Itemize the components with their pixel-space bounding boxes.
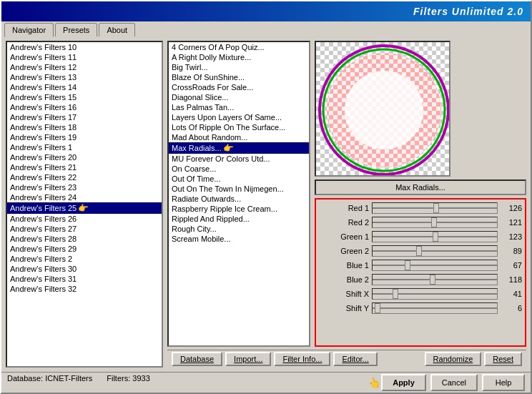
category-list-item[interactable]: Andrew's Filters 21	[7, 162, 162, 172]
content-area: Andrew's Filters 10Andrew's Filters 11An…	[1, 36, 531, 372]
param-value: 41	[501, 290, 522, 298]
param-slider[interactable]	[372, 231, 498, 242]
param-value: 67	[501, 261, 522, 270]
category-list[interactable]: Andrew's Filters 10Andrew's Filters 11An…	[6, 41, 163, 368]
filter-list-item[interactable]: Diagonal Slice...	[169, 92, 309, 102]
reset-button[interactable]: Reset	[484, 352, 522, 366]
category-list-item[interactable]: Andrew's Filters 26	[7, 214, 162, 224]
params-box: Red 1126Red 2121Green 1123Green 289Blue …	[315, 198, 526, 347]
filter-list-item[interactable]: Blaze Of SunShine...	[169, 72, 309, 82]
category-list-item[interactable]: Andrew's Filters 27	[7, 224, 162, 234]
filter-list-item[interactable]: Radiate Outwards...	[169, 194, 309, 204]
param-value: 89	[501, 247, 522, 255]
cancel-button[interactable]: Cancel	[430, 374, 478, 391]
category-list-item[interactable]: Andrew's Filters 11	[7, 52, 162, 62]
param-row: Blue 2118	[319, 274, 522, 285]
filter-list-panel: 4 Corners Of A Pop Quiz...A Right Dolly …	[167, 41, 310, 347]
status-bar: Database: ICNET-Filters Filters: 3933 👆 …	[1, 372, 531, 393]
param-slider[interactable]	[372, 274, 498, 285]
param-row: Blue 167	[319, 260, 522, 271]
category-list-item[interactable]: Andrew's Filters 17	[7, 112, 162, 122]
category-list-item[interactable]: Andrew's Filters 25 👉	[7, 202, 162, 214]
filter-list-item[interactable]: Max Radials... 👉	[169, 142, 309, 154]
editor-button[interactable]: Editor...	[333, 352, 377, 366]
category-list-item[interactable]: Andrew's Filters 22	[7, 172, 162, 182]
filter-list-item[interactable]: Out Of Time...	[169, 174, 309, 184]
filter-name-text: Max Radials...	[395, 183, 445, 192]
param-row: Green 289	[319, 245, 522, 257]
param-label: Blue 2	[319, 275, 369, 284]
category-list-item[interactable]: Andrew's Filters 20	[7, 152, 162, 162]
category-list-item[interactable]: Andrew's Filters 18	[7, 122, 162, 132]
apply-button[interactable]: Apply	[381, 374, 426, 391]
filter-list-item[interactable]: CrossRoads For Sale...	[169, 82, 309, 92]
param-label: Red 1	[319, 204, 369, 212]
tab-bar: Navigator Presets About	[1, 21, 531, 36]
category-list-item[interactable]: Andrew's Filters 32	[7, 284, 162, 294]
apply-btn-wrap: 👆 Apply	[381, 374, 426, 391]
filter-list-item[interactable]: Mad About Random...	[169, 132, 309, 142]
title-text: Filters Unlimited 2.0	[413, 6, 523, 17]
param-slider[interactable]	[372, 245, 498, 257]
category-list-item[interactable]: Andrew's Filters 16	[7, 102, 162, 112]
filter-list-item[interactable]: Lots Of Ripple On The Surface...	[169, 122, 309, 132]
category-list-item[interactable]: Andrew's Filters 12	[7, 62, 162, 72]
param-slider[interactable]	[372, 260, 498, 271]
param-label: Blue 1	[319, 261, 369, 270]
category-list-item[interactable]: Andrew's Filters 29	[7, 244, 162, 254]
filter-list-item[interactable]: Layers Upon Layers Of Same...	[169, 112, 309, 122]
filter-arrow-icon: 👉	[223, 143, 234, 153]
category-list-item[interactable]: Andrew's Filters 31	[7, 274, 162, 284]
category-list-item[interactable]: Andrew's Filters 2	[7, 254, 162, 264]
category-list-item[interactable]: Andrew's Filters 1	[7, 142, 162, 152]
param-label: Green 2	[319, 247, 369, 255]
category-list-item[interactable]: Andrew's Filters 10	[7, 42, 162, 52]
param-value: 123	[501, 232, 522, 241]
param-label: Green 1	[319, 232, 369, 241]
category-list-item[interactable]: Andrew's Filters 14	[7, 82, 162, 92]
filter-list-item[interactable]: 4 Corners Of A Pop Quiz...	[169, 42, 309, 52]
param-slider[interactable]	[372, 302, 498, 314]
param-value: 126	[501, 204, 522, 212]
param-slider[interactable]	[372, 217, 498, 228]
tab-presets[interactable]: Presets	[55, 23, 97, 36]
param-label: Shift X	[319, 290, 369, 298]
title-bar: Filters Unlimited 2.0	[1, 1, 531, 21]
param-value: 6	[501, 304, 522, 312]
param-slider[interactable]	[372, 288, 498, 300]
help-button[interactable]: Help	[482, 374, 525, 391]
filter-list-item[interactable]: On Coarse...	[169, 164, 309, 174]
bottom-toolbar: Database Import... Filter Info... Editor…	[167, 350, 526, 368]
filter-list-item[interactable]: Scream Mobile...	[169, 234, 309, 244]
param-row: Green 1123	[319, 231, 522, 242]
middle-section: 4 Corners Of A Pop Quiz...A Right Dolly …	[167, 41, 526, 347]
category-list-item[interactable]: Andrew's Filters 19	[7, 132, 162, 142]
filter-list[interactable]: 4 Corners Of A Pop Quiz...A Right Dolly …	[167, 41, 310, 347]
randomize-button[interactable]: Randomize	[425, 352, 482, 366]
main-window: Filters Unlimited 2.0 Navigator Presets …	[0, 0, 532, 394]
category-list-item[interactable]: Andrew's Filters 23	[7, 182, 162, 192]
filter-list-item[interactable]: Out On The Town In Nijmegen...	[169, 184, 309, 194]
category-list-item[interactable]: Andrew's Filters 30	[7, 264, 162, 274]
database-button[interactable]: Database	[172, 352, 222, 366]
filter-list-item[interactable]: Big Twirl...	[169, 62, 309, 72]
filter-list-item[interactable]: MU Forever Or Colors Utd...	[169, 154, 309, 164]
param-value: 118	[501, 275, 522, 284]
filter-list-item[interactable]: Las Palmas Tan...	[169, 102, 309, 112]
category-list-item[interactable]: Andrew's Filters 15	[7, 92, 162, 102]
filter-list-item[interactable]: Rippled And Rippled...	[169, 214, 309, 224]
filter-info-button[interactable]: Filter Info...	[274, 352, 330, 366]
param-row: Red 2121	[319, 217, 522, 228]
category-list-item[interactable]: Andrew's Filters 13	[7, 72, 162, 82]
category-list-item[interactable]: Andrew's Filters 24	[7, 192, 162, 202]
filter-list-item[interactable]: Rough City...	[169, 224, 309, 234]
filter-list-item[interactable]: Raspberry Ripple Ice Cream...	[169, 204, 309, 214]
tab-navigator[interactable]: Navigator	[4, 23, 54, 37]
import-button[interactable]: Import...	[225, 352, 271, 366]
db-label: Database: ICNET-Filters	[7, 374, 92, 391]
preview-image	[315, 41, 450, 177]
category-list-item[interactable]: Andrew's Filters 28	[7, 234, 162, 244]
filter-list-item[interactable]: A Right Dolly Mixture...	[169, 52, 309, 62]
param-slider[interactable]	[372, 202, 498, 214]
tab-about[interactable]: About	[99, 23, 135, 36]
